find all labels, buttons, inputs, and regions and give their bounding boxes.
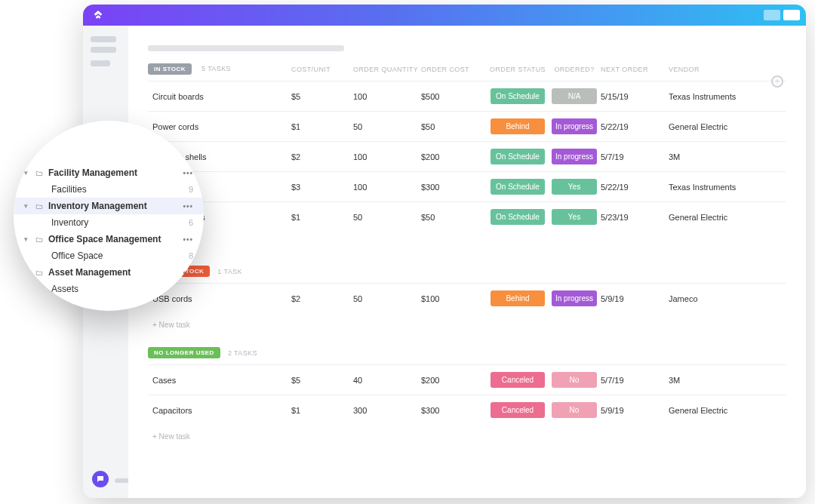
cell-cost: $1 bbox=[291, 406, 353, 415]
cell-vendor: Jameco bbox=[669, 294, 782, 303]
cell-status[interactable]: Canceled bbox=[487, 372, 548, 388]
cell-ordered[interactable]: N/A bbox=[548, 88, 601, 104]
cell-ordercost: $200 bbox=[421, 376, 487, 385]
group-badge[interactable]: NO LONGER USED bbox=[148, 347, 220, 358]
window-controls bbox=[764, 10, 800, 20]
more-icon[interactable]: ••• bbox=[183, 202, 193, 211]
app-logo-icon bbox=[89, 6, 107, 24]
table-row[interactable]: Displays $3 100 $300 On Schedule Yes 5/2… bbox=[148, 171, 786, 201]
cell-status[interactable]: On Schedule bbox=[487, 149, 548, 164]
sidebar-list[interactable]: Facilities9 bbox=[14, 181, 204, 198]
cell-status[interactable]: Behind bbox=[487, 290, 548, 306]
cell-status[interactable]: On Schedule bbox=[487, 179, 548, 195]
folder-icon bbox=[35, 202, 44, 210]
cell-cost: $2 bbox=[291, 152, 353, 161]
new-task-button[interactable]: + New task bbox=[148, 425, 786, 456]
cell-vendor: General Electric bbox=[669, 122, 782, 131]
table-row[interactable]: Cases $5 40 $200 Canceled No 5/7/19 3M bbox=[148, 364, 786, 395]
cell-cost: $1 bbox=[291, 213, 353, 222]
cell-nextorder: 5/23/19 bbox=[601, 213, 669, 222]
cell-cost: $2 bbox=[291, 294, 353, 303]
sidebar-placeholder bbox=[91, 47, 116, 53]
more-icon[interactable]: ••• bbox=[183, 235, 193, 244]
table-row[interactable]: Power cords $1 50 $50 Behind In progress… bbox=[148, 111, 786, 141]
col-ordercost: ORDER COST bbox=[421, 66, 487, 73]
cell-vendor: 3M bbox=[669, 376, 782, 385]
sidebar-folder[interactable]: ▾Inventory Management••• bbox=[14, 198, 204, 214]
tree-count: 6 bbox=[189, 218, 193, 227]
cell-status[interactable]: On Schedule bbox=[487, 88, 548, 104]
cell-nextorder: 5/9/19 bbox=[601, 294, 669, 303]
cell-qty: 100 bbox=[353, 152, 421, 161]
tree-label: Office Space Management bbox=[48, 234, 161, 244]
add-column-button[interactable]: + bbox=[771, 75, 783, 88]
cell-qty: 100 bbox=[353, 183, 421, 192]
page-title-placeholder bbox=[148, 45, 344, 51]
caret-icon: ▾ bbox=[24, 235, 30, 243]
cell-qty: 100 bbox=[353, 92, 421, 101]
cell-qty: 50 bbox=[353, 294, 421, 303]
cell-name: Circuit boards bbox=[148, 92, 291, 101]
tree-label: Facility Management bbox=[48, 167, 137, 178]
cell-ordered[interactable]: Yes bbox=[548, 179, 601, 195]
cell-ordered[interactable]: In progress bbox=[548, 118, 601, 134]
caret-icon: ▾ bbox=[24, 202, 30, 210]
cell-ordercost: $300 bbox=[421, 406, 487, 415]
main-content: + IN STOCK 5 TASKS COST/UNIT ORDER QUANT… bbox=[128, 26, 806, 498]
cell-ordercost: $300 bbox=[421, 183, 487, 192]
sidebar-list[interactable]: Office Space8 bbox=[14, 247, 204, 264]
window-minimize-button[interactable] bbox=[764, 10, 780, 20]
tree-label: Facilities bbox=[51, 184, 87, 195]
col-cost: COST/UNIT bbox=[291, 66, 353, 73]
col-ordered: ORDERED? bbox=[548, 66, 601, 73]
cell-cost: $1 bbox=[291, 122, 353, 131]
sidebar-folder[interactable]: ▾Facility Management••• bbox=[14, 164, 204, 181]
cell-ordered[interactable]: Yes bbox=[548, 209, 601, 225]
sidebar-list[interactable]: Inventory6 bbox=[14, 214, 204, 231]
group-count: 5 TASKS bbox=[201, 65, 231, 72]
table-row[interactable]: Circuit boards $5 100 $500 On Schedule N… bbox=[148, 81, 786, 111]
new-task-button[interactable]: + New task bbox=[148, 232, 786, 263]
table-row[interactable]: Housing shells $2 100 $200 On Schedule I… bbox=[148, 141, 786, 171]
cell-vendor: Texas Instruments bbox=[669, 92, 782, 101]
cell-status[interactable]: On Schedule bbox=[487, 209, 548, 225]
group-count: 2 TASKS bbox=[228, 349, 257, 357]
cell-vendor: General Electric bbox=[669, 213, 782, 222]
cell-ordered[interactable]: In progress bbox=[548, 290, 601, 306]
cell-vendor: 3M bbox=[669, 152, 782, 161]
sidebar-folder[interactable]: ▾Asset Management••• bbox=[14, 264, 204, 281]
tree-count: 9 bbox=[189, 185, 193, 194]
tree-count: 8 bbox=[189, 251, 193, 260]
col-qty: ORDER QUANTITY bbox=[353, 66, 421, 73]
chat-button[interactable] bbox=[92, 471, 109, 487]
cell-ordered[interactable]: No bbox=[548, 402, 601, 418]
cell-qty: 50 bbox=[353, 213, 421, 222]
sidebar-zoom-lens: ▾Facility Management•••Facilities9▾Inven… bbox=[14, 121, 204, 311]
group-badge[interactable]: IN STOCK bbox=[148, 63, 192, 75]
inventory-table: IN STOCK 5 TASKS COST/UNIT ORDER QUANTIT… bbox=[148, 63, 786, 456]
caret-icon: ▾ bbox=[24, 269, 30, 276]
col-nextorder: NEXT ORDER bbox=[601, 66, 669, 73]
caret-icon: ▾ bbox=[24, 169, 30, 177]
table-row[interactable]: Ribbon cables $1 50 $50 On Schedule Yes … bbox=[148, 201, 786, 232]
cell-ordered[interactable]: No bbox=[548, 372, 601, 388]
sidebar-folder[interactable]: ▾Office Space Management••• bbox=[14, 231, 204, 247]
window-maximize-button[interactable] bbox=[783, 10, 800, 20]
cell-name: Capacitors bbox=[148, 406, 291, 415]
cell-ordered[interactable]: In progress bbox=[548, 149, 601, 164]
sidebar-placeholder bbox=[91, 60, 110, 66]
new-task-button[interactable]: + New task bbox=[148, 313, 786, 344]
cell-vendor: General Electric bbox=[669, 406, 782, 415]
tree-label: Assets bbox=[51, 284, 78, 294]
more-icon[interactable]: ••• bbox=[183, 169, 193, 177]
cell-status[interactable]: Behind bbox=[487, 118, 548, 134]
cell-nextorder: 5/9/19 bbox=[601, 406, 669, 415]
cell-status[interactable]: Canceled bbox=[487, 402, 548, 418]
table-row[interactable]: Capacitors $1 300 $300 Canceled No 5/9/1… bbox=[148, 395, 786, 425]
title-bar bbox=[83, 5, 806, 26]
table-row[interactable]: USB cords $2 50 $100 Behind In progress … bbox=[148, 283, 786, 313]
cell-ordercost: $500 bbox=[421, 92, 487, 101]
cell-nextorder: 5/22/19 bbox=[601, 122, 669, 131]
tree-label: Asset Management bbox=[48, 267, 131, 278]
tree-label: Inventory Management bbox=[48, 201, 147, 211]
